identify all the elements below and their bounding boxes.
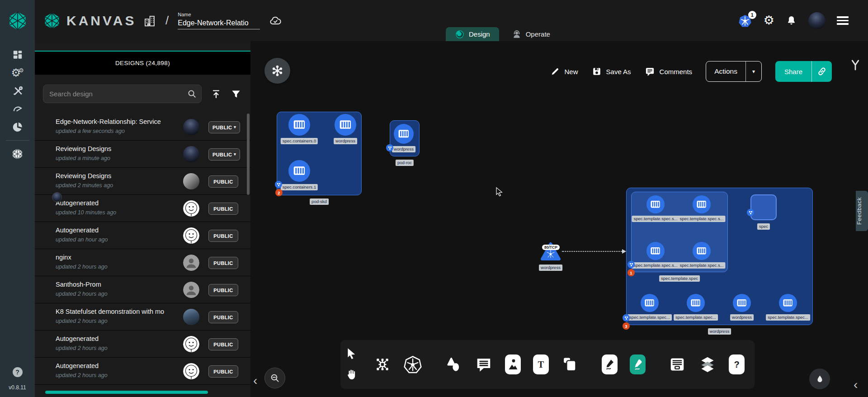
pod-badge-icon[interactable] <box>627 261 635 268</box>
help-icon[interactable]: ? <box>729 354 745 374</box>
design-name-input[interactable] <box>178 18 260 29</box>
design-list-item[interactable]: nginxupdated 2 hours agoPUBLIC <box>35 249 250 276</box>
context-count-badge: 1 <box>748 11 756 19</box>
import-design-icon[interactable] <box>211 89 222 99</box>
visibility-badge[interactable]: PUBLIC▾ <box>208 121 240 133</box>
container-node[interactable] <box>646 242 665 260</box>
copy-link-icon[interactable] <box>812 61 832 82</box>
node-label: pod-skd <box>310 198 329 205</box>
pod-badge-icon[interactable] <box>747 209 754 216</box>
visibility-badge[interactable]: PUBLIC <box>208 338 238 350</box>
design-canvas[interactable]: New Save As Comments Actions ▾ Share Fee… <box>250 41 868 397</box>
container-node[interactable] <box>693 242 711 260</box>
group-node[interactable] <box>631 192 728 272</box>
node-label: spec.template.spec... <box>766 314 810 321</box>
kubernetes-context-button[interactable]: 1 <box>738 14 752 28</box>
organization-icon[interactable] <box>143 14 156 28</box>
notifications-bell-icon[interactable] <box>786 14 797 27</box>
tab-operate[interactable]: Operate <box>503 27 559 41</box>
design-list-item[interactable]: Edge-Network-Relationship: Serviceupdate… <box>35 113 250 141</box>
shapes-icon[interactable] <box>444 354 462 374</box>
text-icon[interactable]: T <box>533 354 549 374</box>
design-list-item[interactable]: Santhosh-Promupdated 2 hours agoPUBLIC <box>35 276 250 303</box>
issue-count-badge[interactable]: 1 <box>627 269 635 276</box>
container-node[interactable] <box>779 294 797 312</box>
actions-button[interactable]: Actions ▾ <box>706 61 762 82</box>
ink-droplet-button[interactable] <box>809 369 830 389</box>
design-list-item[interactable]: Reviewing Designsupdated 2 minutes agoPU… <box>35 168 250 195</box>
sidebar-item-meshery[interactable] <box>9 119 27 135</box>
search-icon[interactable] <box>187 89 197 99</box>
menu-hamburger-icon[interactable] <box>837 16 849 25</box>
sidebar-item-lifecycle[interactable]: ⚙⚙ <box>9 65 27 80</box>
scalpel-icon[interactable] <box>602 354 618 374</box>
sidebar-item-performance[interactable] <box>9 101 27 117</box>
meshery-logo[interactable] <box>0 0 35 41</box>
cursor-icon[interactable] <box>345 347 359 361</box>
visibility-badge[interactable]: PUBLIC <box>208 284 238 296</box>
vertical-scrollbar[interactable] <box>247 113 250 195</box>
image-icon[interactable] <box>505 354 521 374</box>
design-list-item[interactable]: Autogeneratedupdated 10 minutes agoPUBLI… <box>35 195 250 222</box>
design-list-item[interactable]: Reviewing Designsupdated a minute agoPUB… <box>35 141 250 168</box>
help-button[interactable]: ? <box>13 367 23 377</box>
note-icon[interactable] <box>561 354 579 374</box>
avatar <box>183 119 199 135</box>
kanvas-logo[interactable]: KANVAS <box>43 0 136 41</box>
visibility-badge[interactable]: PUBLIC▾ <box>208 148 240 161</box>
container-node[interactable] <box>646 195 665 213</box>
new-button[interactable]: New <box>550 66 578 76</box>
zoom-out-button[interactable] <box>264 368 285 388</box>
infrastructure-icon[interactable] <box>373 354 392 374</box>
visibility-badge[interactable]: PUBLIC <box>208 175 238 188</box>
search-design-input[interactable] <box>43 85 202 103</box>
layers-icon[interactable] <box>698 354 717 374</box>
pod-badge-icon[interactable] <box>386 144 393 151</box>
collapse-right-chevron-icon[interactable]: ‹ <box>854 378 858 391</box>
filter-icon[interactable] <box>231 89 241 99</box>
tab-label: Operate <box>526 30 550 38</box>
visibility-badge[interactable]: PUBLIC <box>208 311 238 323</box>
save-as-button[interactable]: Save As <box>592 66 631 76</box>
drawer-icon[interactable] <box>668 354 686 374</box>
container-node[interactable] <box>733 294 751 312</box>
issue-count-badge[interactable]: 3 <box>623 322 630 330</box>
horizontal-scrollbar[interactable] <box>45 391 208 394</box>
avatar <box>183 336 199 352</box>
rect-node[interactable] <box>750 194 777 220</box>
container-node[interactable] <box>288 160 310 182</box>
container-node[interactable] <box>641 294 659 312</box>
header: KANVAS / Name DesignOperate 1 ⚙ <box>0 0 868 41</box>
annotation-icon[interactable] <box>475 354 493 374</box>
caret-down-icon[interactable]: ▾ <box>746 61 761 81</box>
user-avatar[interactable] <box>808 12 826 29</box>
visibility-badge[interactable]: PUBLIC <box>208 230 238 242</box>
collapse-panel-chevron-icon[interactable]: ‹ <box>253 374 257 387</box>
container-node[interactable] <box>288 114 310 136</box>
design-list-item[interactable]: Autogeneratedupdated 2 hours agoPUBLIC <box>35 331 250 358</box>
comments-button[interactable]: Comments <box>645 66 693 77</box>
freehand-draw-icon[interactable] <box>630 354 646 374</box>
design-list-item[interactable]: Autogeneratedupdated an hour agoPUBLIC <box>35 222 250 249</box>
design-list-item[interactable]: K8 Statefulset demonstration with moupda… <box>35 303 250 331</box>
container-node[interactable] <box>394 124 414 144</box>
share-button[interactable]: Share <box>775 61 832 82</box>
visibility-badge[interactable]: PUBLIC <box>208 365 238 378</box>
container-node[interactable] <box>335 114 356 136</box>
hand-icon[interactable] <box>345 368 359 382</box>
sidebar-item-dashboard[interactable] <box>9 47 27 62</box>
container-node[interactable] <box>687 294 705 312</box>
issue-count-badge[interactable]: 2 <box>275 189 283 196</box>
tab-design[interactable]: Design <box>446 27 499 41</box>
settings-gear-icon[interactable]: ⚙ <box>764 14 774 27</box>
design-list-item[interactable]: Autogeneratedupdated 2 hours agoPUBLIC <box>35 358 250 385</box>
sidebar-item-toolkit[interactable] <box>9 83 27 99</box>
feedback-tab[interactable]: Feedback <box>856 191 868 231</box>
visibility-badge[interactable]: PUBLIC <box>208 257 238 269</box>
pod-badge-icon[interactable] <box>623 314 630 321</box>
container-node[interactable] <box>693 195 711 213</box>
kubernetes-wheel-icon[interactable] <box>404 354 422 374</box>
visibility-badge[interactable]: PUBLIC <box>208 203 238 215</box>
sidebar-item-kanvas[interactable] <box>9 146 27 161</box>
pod-badge-icon[interactable] <box>275 181 282 188</box>
